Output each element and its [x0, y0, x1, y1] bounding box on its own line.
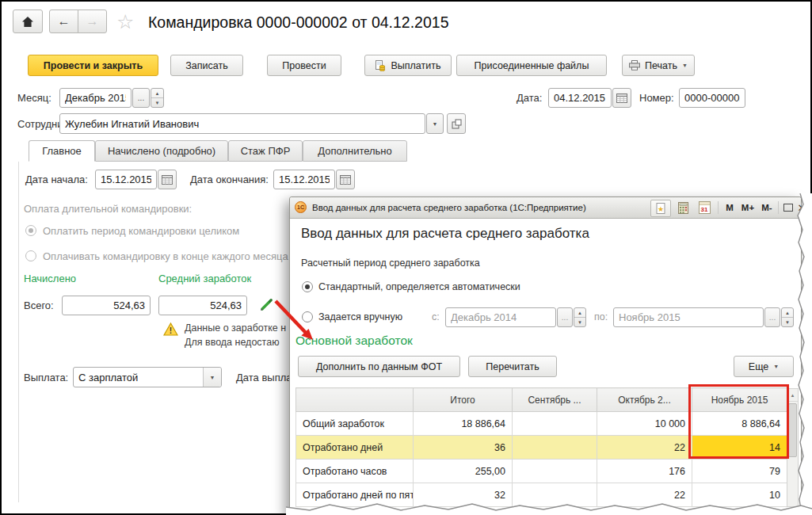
ellipsis-icon: ...: [769, 313, 776, 322]
column-header-september[interactable]: Сентябрь ...: [513, 388, 597, 412]
employee-dropdown-button[interactable]: ▼: [426, 113, 444, 134]
torn-edge-bottom: [286, 501, 812, 515]
write-button[interactable]: Записать: [170, 55, 243, 76]
doc-number-input[interactable]: [679, 88, 745, 108]
cell-october[interactable]: 10 000: [597, 412, 692, 436]
calculator-button[interactable]: [675, 200, 691, 216]
period-to-label: по:: [594, 311, 608, 322]
period-to-spinner[interactable]: ▲▼: [781, 307, 794, 327]
average-section-label: Средний заработок: [158, 273, 251, 284]
tab-panel-border: [18, 162, 19, 502]
column-header-october[interactable]: Октябрь 2...: [597, 388, 692, 412]
back-button[interactable]: ←: [49, 10, 78, 33]
print-button[interactable]: Печать ▼: [622, 55, 695, 76]
month-input[interactable]: [59, 88, 132, 108]
cell-total[interactable]: 36: [414, 436, 513, 460]
long-trip-group-label: Оплата длительной командировки:: [24, 203, 192, 215]
doc-date-calendar-button[interactable]: [612, 88, 631, 108]
annotation-rectangle: [688, 384, 789, 459]
dialog-heading: Ввод данных для расчета среднего заработ…: [301, 226, 589, 242]
month-spinner[interactable]: ▲ ▼: [151, 88, 164, 108]
attachments-button[interactable]: Присоединенные файлы: [456, 55, 607, 76]
date-end-label: Дата окончания:: [190, 174, 269, 185]
favorites-doc-button[interactable]: ★: [650, 200, 671, 217]
cell-september[interactable]: [513, 412, 597, 436]
post-and-close-button[interactable]: Провести и закрыть: [28, 55, 158, 76]
cell-name[interactable]: Отработано дней: [296, 436, 414, 460]
employee-input[interactable]: [59, 113, 425, 134]
period-from-spinner[interactable]: ▲▼: [574, 307, 586, 327]
memory-minus-button[interactable]: M-: [757, 200, 776, 216]
cell-october[interactable]: 22: [597, 436, 692, 460]
post-and-close-label: Провести и закрыть: [44, 60, 143, 71]
date-end-calendar-button[interactable]: [336, 170, 355, 189]
doc-date-input[interactable]: [548, 88, 612, 108]
combo-arrow-icon: ▼: [433, 121, 438, 127]
memory-plus-button[interactable]: M+: [738, 200, 757, 216]
cell-september[interactable]: [513, 460, 597, 483]
tab-main-label: Главное: [42, 145, 82, 157]
screenshot-canvas: ← → ☆ Командировка 0000-000002 от 04.12.…: [0, 0, 812, 515]
titlebar-separator: [718, 201, 719, 214]
date-start-label: Дата начала:: [25, 174, 88, 185]
period-from-input[interactable]: [445, 307, 556, 327]
dialog-titlebar[interactable]: 1С Ввод данных для расчета среднего зара…: [290, 197, 801, 219]
annotation-arrow: [268, 296, 323, 345]
fill-from-fot-button[interactable]: Дополнить по данным ФОТ: [298, 356, 460, 377]
period-to-input[interactable]: [613, 307, 764, 327]
post-button[interactable]: Провести: [267, 55, 341, 76]
pay-label: Выплатить: [391, 60, 440, 71]
post-label: Провести: [282, 60, 326, 71]
column-header-name[interactable]: [296, 388, 414, 412]
payout-combobox[interactable]: С зарплатой ▼: [73, 367, 222, 387]
memory-button[interactable]: M: [722, 200, 737, 216]
spin-down-icon: ▼: [574, 318, 585, 326]
forward-button[interactable]: →: [78, 10, 107, 33]
cell-name[interactable]: Отработано часов: [296, 460, 414, 483]
tab-accrued-detail-label: Начислено (подробно): [108, 145, 215, 157]
memory-minus-label: M-: [761, 203, 772, 212]
date-start-input[interactable]: [95, 170, 157, 189]
average-total-input[interactable]: [158, 296, 247, 315]
tab-pfr[interactable]: Стаж ПФР: [228, 140, 303, 162]
period-label: Расчетный период среднего заработка: [301, 258, 480, 269]
doc-star-icon: ★: [656, 203, 665, 214]
maximize-icon: [783, 204, 793, 212]
employee-open-button[interactable]: [447, 113, 466, 134]
cell-september[interactable]: [513, 436, 597, 460]
period-to-select-button[interactable]: ...: [764, 307, 780, 327]
payout-label: Выплата:: [24, 372, 68, 383]
radio-standard-period[interactable]: [302, 281, 313, 292]
tab-additional[interactable]: Дополнительно: [303, 140, 407, 162]
average-earnings-dialog: 1С Ввод данных для расчета среднего зара…: [289, 196, 802, 515]
month-select-button[interactable]: ...: [132, 88, 150, 108]
home-button[interactable]: [13, 10, 43, 33]
warning-icon: !: [163, 322, 178, 336]
cell-total[interactable]: 18 886,64: [414, 412, 513, 436]
favorite-star-icon[interactable]: ☆: [116, 10, 134, 33]
spin-up-icon: ▲: [782, 308, 793, 318]
payout-value: С зарплатой: [74, 372, 203, 383]
payout-dropdown-icon[interactable]: ▼: [203, 368, 221, 387]
tab-accrued-detail[interactable]: Начислено (подробно): [95, 140, 228, 162]
reread-button[interactable]: Перечитать: [468, 356, 557, 377]
more-label: Еще: [749, 361, 768, 372]
column-header-total[interactable]: Итого: [414, 388, 513, 412]
cell-november[interactable]: 79: [692, 460, 787, 483]
spin-down-icon: ▼: [151, 98, 163, 107]
date-start-calendar-button[interactable]: [158, 170, 177, 189]
tab-main[interactable]: Главное: [29, 140, 95, 162]
date-end-input[interactable]: [273, 170, 335, 189]
more-button[interactable]: Еще ▼: [734, 356, 794, 377]
accrued-total-input[interactable]: [62, 296, 151, 315]
radio-pay-monthly-label: Оплачивать командировку в конце каждого …: [43, 250, 288, 262]
cell-october[interactable]: 176: [597, 460, 692, 483]
cell-name[interactable]: Общий заработок: [296, 412, 414, 436]
cell-total[interactable]: 255,00: [414, 460, 513, 483]
calendar-tool-button[interactable]: 31: [696, 200, 712, 216]
pay-button[interactable]: Выплатить: [364, 55, 452, 76]
payout-date-label: Дата выпла: [236, 372, 292, 383]
period-from-select-button[interactable]: ...: [557, 307, 573, 327]
doc-date-label: Дата:: [517, 92, 542, 104]
table-row-hours-worked[interactable]: Отработано часов 255,00 176 79: [296, 460, 787, 483]
